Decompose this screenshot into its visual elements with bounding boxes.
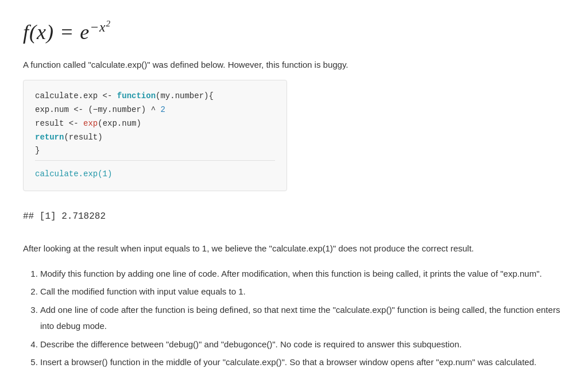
task-item-1: Modify this function by adding one line … bbox=[40, 266, 565, 282]
code-line-1: calculate.exp <- function(my.number){ bbox=[35, 90, 275, 103]
formula-section: f(x) = e−x2 bbox=[23, 17, 565, 47]
task-list: Modify this function by adding one line … bbox=[23, 266, 565, 368]
code-exp-num-assign: exp.num <- (−my.number) bbox=[35, 105, 151, 114]
intro-text: A function called "calculate.exp()" was … bbox=[23, 58, 565, 72]
code-keyword-return: return bbox=[35, 133, 64, 142]
code-line-4: return(result) bbox=[35, 131, 275, 145]
code-return-arg: (result) bbox=[64, 133, 102, 142]
code-line-5: } bbox=[35, 144, 275, 158]
code-line-3: result <- exp(exp.num) bbox=[35, 117, 275, 131]
code-divider bbox=[35, 160, 275, 161]
task-item-3: Add one line of code after the function … bbox=[40, 302, 565, 334]
code-line-2: exp.num <- (−my.number) ^ 2 bbox=[35, 103, 275, 117]
code-exp-arg: (exp.num) bbox=[98, 119, 141, 128]
code-call-line: calculate.exp(1) bbox=[35, 168, 275, 181]
task-item-2: Call the modified function with input va… bbox=[40, 284, 565, 300]
code-function-call: calculate.exp(1) bbox=[35, 169, 112, 179]
code-keyword-function: function bbox=[117, 91, 156, 100]
code-exp-builtin: exp bbox=[83, 119, 98, 128]
code-result-assign: result <- bbox=[35, 119, 83, 128]
output-section: ## [1] 2.718282 bbox=[23, 205, 565, 229]
task-item-5: Insert a browser() function in the middl… bbox=[40, 354, 565, 368]
code-closing-brace: } bbox=[35, 146, 40, 155]
formula-display: f(x) = e−x2 bbox=[23, 17, 565, 47]
code-caret: ^ bbox=[151, 105, 156, 114]
code-block: calculate.exp <- function(my.number){ ex… bbox=[23, 80, 287, 191]
code-func-args: (my.number){ bbox=[156, 91, 214, 100]
analysis-text: After looking at the result when input e… bbox=[23, 242, 565, 255]
code-num-2: 2 bbox=[156, 105, 165, 114]
output-text: ## [1] 2.718282 bbox=[23, 211, 106, 222]
task-item-4: Describe the difference between "debug()… bbox=[40, 336, 565, 352]
code-func-def: calculate.exp <- bbox=[35, 91, 117, 100]
